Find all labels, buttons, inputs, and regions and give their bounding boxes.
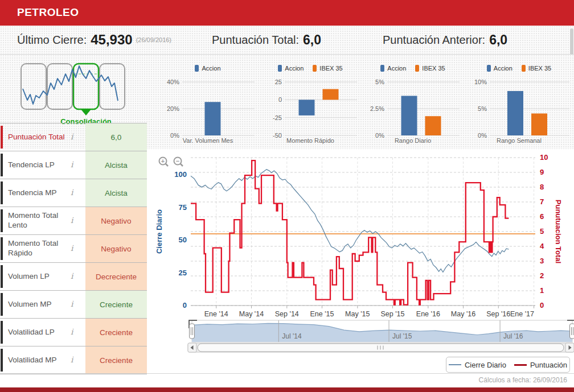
table-row: Tendencia MPiAlcista xyxy=(0,179,147,207)
right-tick-label: 3 xyxy=(540,257,544,265)
table-row: Volumen MPiCreciente xyxy=(0,291,147,319)
footer-date-note: Cálculos a fecha: 26/09/2016 xyxy=(479,376,567,384)
page-header: PETROLEO xyxy=(0,0,574,26)
y-tick-label: 2.5% xyxy=(370,105,384,112)
mini-chart-legend: AccionIBEX 35 xyxy=(464,65,574,72)
series-puntuacion[interactable] xyxy=(191,160,509,305)
table-row-label: Puntuación Total xyxy=(8,123,65,151)
mini-chart-rango_semanal: 10%5%0%AccionIBEX 35Rango Semanal xyxy=(464,63,574,148)
table-row-label: Tendencia LP xyxy=(8,151,65,179)
x-tick-label: Ene '16 xyxy=(416,310,440,318)
series-swatch-icon xyxy=(278,65,282,72)
left-tick-label: 0 xyxy=(183,301,187,310)
prev-score-label: Puntuación Anterior: xyxy=(383,34,485,47)
x-tick-label: Ene '14 xyxy=(204,310,228,318)
last-close-date: (26/09/2016) xyxy=(136,36,171,43)
row-accent xyxy=(1,181,3,204)
info-icon[interactable]: i xyxy=(71,299,79,310)
legend-item[interactable]: IBEX 35 xyxy=(522,65,551,72)
bar-accion[interactable] xyxy=(205,102,221,135)
navigator-handle-left[interactable] xyxy=(190,324,195,339)
navigator-label: Jul '15 xyxy=(392,332,412,340)
svg-text:+: + xyxy=(161,158,165,164)
bar-accion[interactable] xyxy=(401,96,417,135)
right-tick-label: 6 xyxy=(540,212,544,221)
zoom-in-icon[interactable]: + xyxy=(159,158,169,167)
bar-ibex-35[interactable] xyxy=(531,113,547,135)
info-icon[interactable]: i xyxy=(71,132,79,142)
legend-label: Cierre Diario xyxy=(465,361,506,369)
last-close-block: Último Cierre: 45,930 (26/09/2016) xyxy=(17,26,171,54)
mini-chart-title: Momento Rápido xyxy=(259,137,362,144)
summary-bar: Último Cierre: 45,930 (26/09/2016) Puntu… xyxy=(0,26,574,55)
row-accent xyxy=(1,293,3,316)
legend-item[interactable]: IBEX 35 xyxy=(415,65,445,72)
table-row-value: Negativo xyxy=(85,235,147,262)
series-swatch-icon xyxy=(195,65,199,72)
right-axis-title: Punutuacion Total xyxy=(554,200,563,263)
table-row: Volatilidad LPiCreciente xyxy=(0,319,147,346)
x-tick-label: Sep '14 xyxy=(275,310,299,318)
table-row-label: Momento Total Rápido xyxy=(8,235,65,262)
right-tick-label: 5 xyxy=(540,227,544,236)
info-icon[interactable]: i xyxy=(71,327,79,337)
y-tick-label: 0 xyxy=(278,96,282,103)
series-swatch-icon xyxy=(415,65,419,72)
right-tick-label: 2 xyxy=(540,271,544,280)
right-tick-label: 0 xyxy=(540,301,544,310)
series-swatch-icon xyxy=(313,65,317,72)
mini-chart-svg: 250-25-50 xyxy=(259,63,362,145)
info-icon[interactable]: i xyxy=(71,244,79,254)
table-row-value: Alcista xyxy=(85,151,147,179)
info-icon[interactable]: i xyxy=(71,355,79,365)
navigator-label: Jul '14 xyxy=(282,332,302,340)
legend-item-cierre-diario[interactable]: Cierre Diario xyxy=(449,361,506,369)
series-cierre-diario[interactable] xyxy=(191,170,509,273)
bar-ibex-35[interactable] xyxy=(425,116,441,135)
legend-item[interactable]: Accion xyxy=(487,65,512,72)
x-tick-label: Sep '15 xyxy=(381,310,405,318)
legend-item[interactable]: IBEX 35 xyxy=(313,65,342,72)
legend-item-puntuacion[interactable]: Puntuación xyxy=(514,361,567,369)
x-tick-label: May '15 xyxy=(345,310,370,318)
scrollbar-left-arrow[interactable] xyxy=(188,343,196,352)
y-tick-label: 25 xyxy=(275,79,282,85)
bar-ibex-35[interactable] xyxy=(323,89,339,100)
table-row-value: Creciente xyxy=(85,346,147,374)
main-chart: Ene '14May '14Sep '14Ene '15May '15Sep '… xyxy=(149,149,574,354)
scrollbar-right-arrow[interactable] xyxy=(565,343,574,352)
page-title: PETROLEO xyxy=(17,6,79,19)
line-sample-icon xyxy=(449,364,461,365)
legend-item[interactable]: Accion xyxy=(278,65,304,72)
row-accent xyxy=(1,321,3,344)
mini-chart-svg: 40%20%0% xyxy=(157,63,259,145)
legend-item[interactable]: Accion xyxy=(380,65,406,72)
table-row-value: Negativo xyxy=(85,207,147,234)
phase-arrow-icon xyxy=(81,109,91,115)
bar-accion[interactable] xyxy=(507,91,523,135)
left-tick-label: 100 xyxy=(174,170,187,179)
total-score-label: Puntuación Total: xyxy=(212,34,299,47)
bar-accion[interactable] xyxy=(299,100,315,115)
mini-chart-legend: AccionIBEX 35 xyxy=(362,65,464,72)
row-accent xyxy=(1,265,3,288)
mini-chart-momento_rapido: 250-25-50AccionIBEX 35Momento Rápido xyxy=(259,63,362,148)
market-phase-svg xyxy=(20,63,126,117)
y-tick-label: 5% xyxy=(478,105,487,112)
left-axis-title: Cierre Diario xyxy=(155,209,163,254)
table-row-label: Volumen LP xyxy=(8,263,65,290)
row-accent xyxy=(1,237,3,260)
legend-item[interactable]: Accion xyxy=(195,65,220,72)
table-row-value: Decreciente xyxy=(85,263,147,290)
zoom-out-icon[interactable]: − xyxy=(174,158,183,167)
info-icon[interactable]: i xyxy=(71,160,79,170)
table-row-value: Creciente xyxy=(85,291,147,318)
info-icon[interactable]: i xyxy=(71,188,79,198)
left-tick-label: 50 xyxy=(179,236,187,244)
info-icon[interactable]: i xyxy=(71,216,79,226)
row-accent xyxy=(1,349,3,372)
info-icon[interactable]: i xyxy=(71,271,79,282)
y-tick-label: 10% xyxy=(474,79,487,85)
navigator-handle-right[interactable] xyxy=(570,324,574,339)
y-tick-label: 20% xyxy=(167,105,179,112)
